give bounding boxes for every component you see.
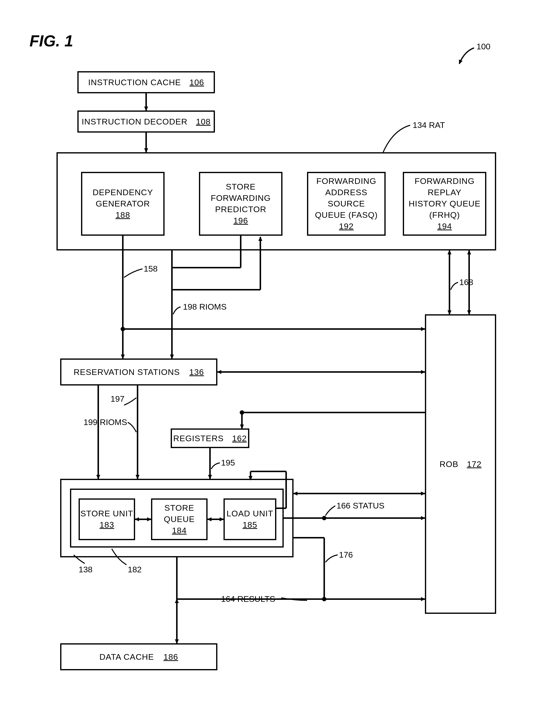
fasq-label-3: SOURCE — [328, 198, 365, 210]
label-182: 182 — [128, 565, 142, 574]
data-cache-box: DATA CACHE 186 — [60, 643, 217, 670]
frhq-ref: 194 — [437, 221, 452, 232]
svg-point-3 — [121, 327, 125, 331]
instruction-decoder-label: INSTRUCTION DECODER — [82, 117, 188, 127]
registers-label: REGISTERS — [173, 433, 224, 443]
store-queue-label-1: STORE — [164, 502, 194, 514]
data-cache-label: DATA CACHE — [99, 652, 154, 662]
instruction-decoder-box: INSTRUCTION DECODER 108 — [77, 111, 215, 133]
frhq-box: FORWARDING REPLAY HISTORY QUEUE (FRHQ) 1… — [403, 172, 486, 236]
instruction-cache-box: INSTRUCTION CACHE 106 — [77, 71, 215, 93]
reservation-stations-box: RESERVATION STATIONS 136 — [60, 359, 217, 385]
label-197: 197 — [111, 394, 125, 404]
instruction-decoder-ref: 108 — [196, 117, 211, 127]
label-199: 199 RIOMS — [84, 417, 127, 427]
label-164: 164 RESULTS — [221, 594, 275, 604]
system-ref-label: 100 — [476, 42, 490, 51]
label-166: 166 STATUS — [336, 501, 384, 510]
page-root: FIG. 1 100 INSTRUCTION CACHE 106 INSTRUC… — [0, 0, 560, 728]
store-queue-box: STORE QUEUE 184 — [151, 498, 208, 540]
sfpred-label-1: STORE — [226, 181, 256, 193]
store-unit-box: STORE UNIT 183 — [79, 498, 135, 540]
svg-point-36 — [322, 597, 326, 601]
resv-ref: 136 — [189, 367, 204, 377]
instruction-cache-label: INSTRUCTION CACHE — [88, 78, 181, 87]
registers-box: REGISTERS 162 — [171, 428, 249, 448]
frhq-label-3: HISTORY QUEUE — [409, 198, 481, 210]
frhq-label-2: REPLAY — [428, 187, 462, 198]
store-unit-ref: 183 — [99, 519, 114, 531]
instruction-cache-ref: 106 — [189, 78, 204, 87]
rob-ref: 172 — [467, 459, 482, 469]
label-198: 198 RIOMS — [183, 302, 227, 312]
sfpred-ref: 196 — [233, 215, 248, 226]
depgen-label-2: GENERATOR — [96, 198, 150, 210]
fasq-label-2: ADDRESS — [325, 187, 367, 198]
fasq-box: FORWARDING ADDRESS SOURCE QUEUE (FASQ) 1… — [307, 172, 386, 236]
depgen-ref: 188 — [115, 210, 130, 221]
label-158: 158 — [144, 264, 158, 274]
load-unit-label: LOAD UNIT — [226, 508, 273, 519]
frhq-label-4: (FRHQ) — [429, 210, 460, 221]
data-cache-ref: 186 — [163, 652, 178, 662]
rob-label: ROB — [440, 459, 459, 469]
load-unit-box: LOAD UNIT 185 — [224, 498, 276, 540]
sfpred-label-2: FORWARDING — [211, 193, 271, 204]
label-176: 176 — [339, 550, 353, 559]
figure-title: FIG. 1 — [29, 32, 73, 50]
label-195: 195 — [221, 458, 235, 467]
sfpred-label-3: PREDICTOR — [215, 204, 266, 215]
frhq-label-1: FORWARDING — [415, 176, 475, 187]
dependency-generator-box: DEPENDENCY GENERATOR 188 — [81, 172, 165, 236]
svg-point-24 — [322, 516, 326, 520]
store-queue-ref: 184 — [172, 525, 187, 536]
resv-label: RESERVATION STATIONS — [74, 367, 180, 377]
rob-box: ROB 172 — [425, 314, 496, 614]
fasq-label-4: QUEUE (FASQ) — [315, 210, 378, 221]
store-queue-label-2: QUEUE — [164, 514, 195, 525]
depgen-label-1: DEPENDENCY — [93, 187, 153, 198]
registers-ref: 162 — [232, 433, 247, 443]
label-168: 168 — [459, 278, 473, 287]
rat-ref-label: 134 RAT — [413, 120, 445, 130]
load-unit-ref: 185 — [243, 519, 257, 531]
svg-point-20 — [240, 410, 244, 415]
fasq-label-1: FORWARDING — [316, 176, 376, 187]
label-138: 138 — [79, 565, 93, 574]
fasq-ref: 192 — [339, 221, 354, 232]
store-unit-label: STORE UNIT — [80, 508, 133, 519]
store-forwarding-predictor-box: STORE FORWARDING PREDICTOR 196 — [199, 172, 282, 236]
